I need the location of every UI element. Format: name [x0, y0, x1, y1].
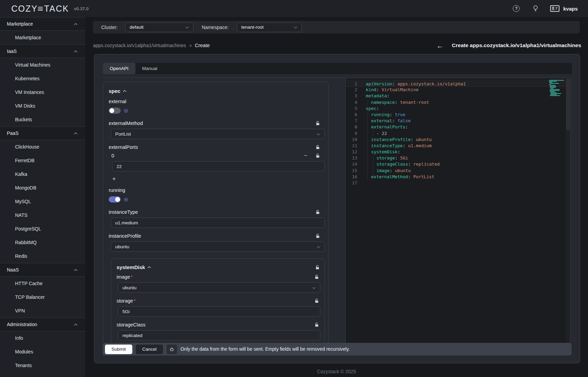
chevron-up-icon: [74, 132, 78, 135]
sidebar-section-paas[interactable]: PaaS: [0, 126, 85, 140]
spec-section-label: spec: [109, 88, 120, 94]
sidebar-item-rabbitmq[interactable]: RabbitMQ: [0, 236, 85, 249]
cozystack-logo[interactable]: COZY≡TACK: [11, 4, 69, 14]
externalPorts-item-input[interactable]: 22: [112, 161, 325, 171]
app-version: v0.37.0: [74, 6, 89, 11]
sidebar-item-http-cache[interactable]: HTTP Cache: [0, 277, 85, 290]
sidebar-section-naas[interactable]: NaaS: [0, 263, 85, 277]
externalMethod-select[interactable]: PortList: [111, 129, 325, 139]
chevron-up-icon: [147, 266, 151, 268]
sidebar-item-modules[interactable]: Modules: [0, 345, 85, 359]
code-line[interactable]: 7external: false: [346, 118, 570, 124]
create-form-panel: OpenAPIManual spec external externalMeth…: [94, 54, 580, 363]
form-column: spec external externalMethod PortList: [103, 78, 346, 343]
user-menu[interactable]: kvaps: [550, 5, 578, 12]
remove-item-button[interactable]: −: [304, 153, 307, 158]
sidebar-section-marketplace[interactable]: Marketplace: [0, 17, 85, 31]
sidebar-item-vm-instances[interactable]: VM Instances: [0, 85, 85, 99]
reset-default-icon[interactable]: [124, 109, 128, 113]
breadcrumb-resource-link[interactable]: apps.cozystack.io/v1alpha1/virtualmachin…: [93, 43, 186, 48]
code-line[interactable]: 2kind: VirtualMachine: [346, 87, 570, 93]
unlock-icon[interactable]: [315, 322, 319, 327]
sidebar-item-redis[interactable]: Redis: [0, 249, 85, 263]
sidebar-section-administration[interactable]: Administration: [0, 318, 85, 331]
add-item-button[interactable]: +: [112, 176, 119, 182]
sidebar-item-tenants[interactable]: Tenants: [0, 359, 85, 372]
unlock-icon[interactable]: [316, 121, 320, 126]
chevron-down-icon: [294, 25, 297, 30]
external-field-label: external: [109, 99, 126, 104]
code-line[interactable]: 17: [346, 180, 570, 186]
unlock-icon[interactable]: [316, 210, 320, 214]
cluster-select[interactable]: default: [125, 23, 193, 32]
sidebar-item-postgresql[interactable]: PostgreSQL: [0, 222, 85, 236]
chevron-up-icon: [74, 50, 78, 53]
line-number: 8: [346, 124, 357, 130]
code-line[interactable]: 3metadata:: [346, 93, 570, 99]
action-bar: Submit Cancel Only the data from the for…: [103, 343, 572, 355]
unlock-icon[interactable]: [315, 265, 320, 270]
tab-openapi[interactable]: OpenAPI: [103, 63, 135, 74]
sidebar-item-marketplace[interactable]: Marketplace: [0, 31, 85, 44]
sidebar-item-mysql[interactable]: MySQL: [0, 195, 85, 208]
reset-default-icon[interactable]: [124, 197, 128, 202]
unlock-icon[interactable]: [315, 275, 319, 279]
instanceProfile-select[interactable]: ubuntu: [111, 241, 325, 252]
code-line[interactable]: 1apiVersion: apps.cozystack.io/v1alpha1: [346, 81, 570, 87]
back-arrow-icon[interactable]: ←: [437, 42, 444, 49]
sidebar-section-label: NaaS: [7, 267, 19, 273]
debug-button[interactable]: [166, 345, 177, 354]
editor-scrollbar-thumb[interactable]: [566, 79, 570, 130]
code-line[interactable]: 9- 22: [346, 130, 570, 137]
sidebar-item-info[interactable]: Info: [0, 331, 85, 345]
sidebar-item-kubernetes[interactable]: Kubernetes: [0, 72, 85, 85]
code-line[interactable]: 5spec:: [346, 106, 570, 112]
namespace-select[interactable]: tenant-root: [237, 23, 302, 32]
instanceType-input[interactable]: u1.medium: [111, 218, 325, 228]
sidebar-item-mongodb[interactable]: MongoDB: [0, 181, 85, 195]
code-line[interactable]: 10instanceProfile: ubuntu: [346, 137, 570, 143]
storageClass-input[interactable]: replicated: [118, 330, 320, 340]
submit-button[interactable]: Submit: [105, 345, 132, 354]
running-toggle[interactable]: [109, 196, 121, 203]
sidebar-section-iaas[interactable]: IaaS: [0, 44, 85, 58]
yaml-editor[interactable]: 1apiVersion: apps.cozystack.io/v1alpha12…: [345, 78, 571, 344]
chevron-down-icon: [317, 131, 320, 137]
cancel-button[interactable]: Cancel: [136, 345, 163, 354]
unlock-icon[interactable]: [316, 153, 320, 158]
unlock-icon[interactable]: [316, 234, 320, 238]
sidebar-item-vpn[interactable]: VPN: [0, 304, 85, 318]
sidebar-item-clickhouse[interactable]: ClickHouse: [0, 140, 85, 154]
unlock-icon[interactable]: [315, 298, 319, 303]
sidebar-item-ferretdb[interactable]: FerretDB: [0, 154, 85, 167]
code-line[interactable]: 11instanceType: u1.medium: [346, 143, 570, 149]
tab-manual[interactable]: Manual: [135, 63, 164, 74]
sidebar-item-vm-disks[interactable]: VM Disks: [0, 99, 85, 113]
spec-section-toggle[interactable]: spec: [109, 88, 325, 94]
code-line[interactable]: 13storage: 5Gi: [346, 155, 570, 161]
code-line[interactable]: 14storageClass: replicated: [346, 161, 570, 167]
image-select[interactable]: ubuntu: [118, 282, 320, 293]
cluster-value: default: [130, 25, 144, 30]
sidebar-item-virtual-machines[interactable]: Virtual Machines: [0, 58, 85, 72]
unlock-icon[interactable]: [316, 145, 320, 150]
code-line[interactable]: 15image: ubuntu: [346, 168, 570, 174]
systemDisk-section-toggle[interactable]: systemDisk: [117, 264, 151, 270]
storage-input[interactable]: 5Gi: [118, 306, 320, 317]
username: kvaps: [563, 6, 578, 12]
theme-toggle-button[interactable]: [530, 3, 541, 14]
help-icon: ?: [513, 5, 520, 12]
code-line[interactable]: 12systemDisk:: [346, 149, 570, 155]
sidebar-item-tcp-balancer[interactable]: TCP Balancer: [0, 290, 85, 304]
systemDisk-section-label: systemDisk: [117, 264, 145, 270]
code-line[interactable]: 8externalPorts:: [346, 124, 570, 130]
external-toggle[interactable]: [109, 108, 121, 114]
sidebar-item-nats[interactable]: NATS: [0, 208, 85, 222]
sidebar-item-buckets[interactable]: Buckets: [0, 113, 85, 126]
code-line[interactable]: 16externalMethod: PortList: [346, 174, 570, 180]
code-line[interactable]: 4namespace: tenant-root: [346, 99, 570, 106]
code-line[interactable]: 6running: true: [346, 112, 570, 118]
storage-field-label: storage: [117, 298, 133, 304]
help-button[interactable]: ?: [510, 3, 522, 14]
sidebar-item-kafka[interactable]: Kafka: [0, 167, 85, 181]
